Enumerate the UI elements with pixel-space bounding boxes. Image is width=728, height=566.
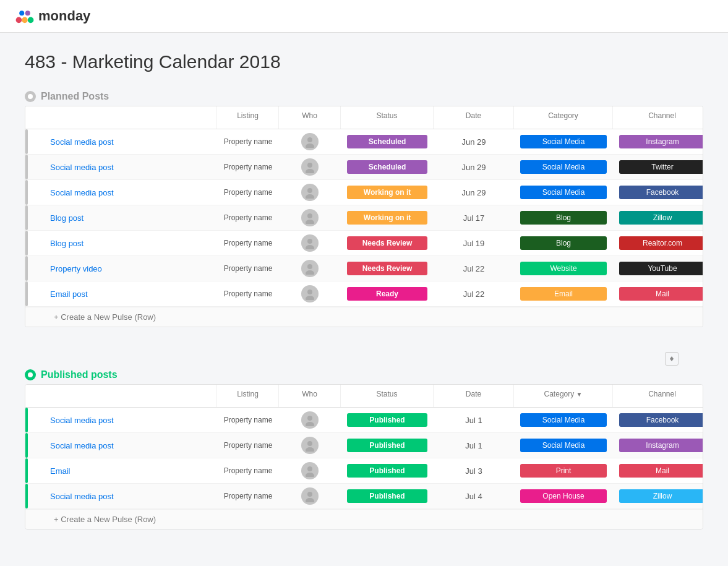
row-category: Social Media: [514, 131, 613, 153]
avatar: [301, 285, 319, 302]
table-header-planned: ListingWhoStatusDateCategoryChannel+: [25, 106, 703, 129]
svg-point-16: [307, 264, 312, 269]
row-accent-bar: [25, 205, 44, 230]
svg-point-28: [306, 498, 314, 502]
row-listing: Property name: [217, 409, 279, 431]
svg-point-10: [307, 188, 312, 193]
row-name[interactable]: Property video: [44, 257, 217, 280]
svg-point-26: [306, 473, 314, 477]
row-category: Open House: [514, 485, 613, 507]
row-who: [279, 129, 341, 154]
row-accent-bar: [25, 281, 44, 306]
row-channel: Realtor.com: [613, 232, 703, 254]
svg-point-24: [306, 447, 314, 452]
table-row[interactable]: Social media postProperty nameScheduledJ…: [25, 129, 703, 155]
row-date: Jul 22: [434, 283, 514, 305]
header-who: Who: [279, 385, 341, 407]
row-name[interactable]: Email post: [44, 283, 217, 305]
section-toggle-planned[interactable]: [25, 91, 36, 102]
svg-point-14: [307, 239, 312, 244]
row-name[interactable]: Social media post: [44, 434, 217, 457]
row-channel: Zillow: [613, 207, 703, 229]
header-date: Date: [434, 385, 514, 407]
row-name[interactable]: Social media post: [44, 485, 217, 507]
table-row[interactable]: Blog postProperty nameWorking on itJul 1…: [25, 205, 703, 231]
row-channel: Facebook: [613, 409, 703, 431]
row-date: Jun 29: [434, 181, 514, 204]
table-row[interactable]: Blog postProperty nameNeeds ReviewJul 19…: [25, 231, 703, 256]
logo-text: monday: [38, 8, 90, 24]
row-name[interactable]: Email: [44, 460, 217, 482]
header-channel: Channel: [613, 385, 703, 407]
table-row[interactable]: Social media postProperty nameWorking on…: [25, 180, 703, 205]
section-title-published: Published posts: [41, 369, 118, 380]
svg-point-18: [307, 289, 312, 294]
row-who: [279, 231, 341, 255]
row-listing: Property name: [217, 283, 279, 305]
table-row[interactable]: Social media postProperty nameScheduledJ…: [25, 155, 703, 180]
row-name[interactable]: Social media post: [44, 181, 217, 204]
table-row[interactable]: Property videoProperty nameNeeds ReviewJ…: [25, 256, 703, 281]
row-listing: Property name: [217, 485, 279, 507]
row-name[interactable]: Blog post: [44, 232, 217, 254]
section-toggle-published[interactable]: [25, 369, 36, 380]
row-channel: Instagram: [613, 131, 703, 153]
table-row[interactable]: Email postProperty nameReadyJul 22EmailM…: [25, 281, 703, 307]
svg-point-21: [307, 416, 312, 421]
row-date: Jul 4: [434, 485, 514, 507]
row-category: Email: [514, 283, 613, 305]
row-accent-bar: [25, 408, 44, 432]
row-name[interactable]: Blog post: [44, 207, 217, 229]
svg-point-11: [306, 194, 314, 199]
row-category: Website: [514, 257, 613, 280]
row-channel: Instagram: [613, 434, 703, 457]
svg-point-12: [307, 213, 312, 218]
row-accent-bar: [25, 256, 44, 281]
section-published: Published postsListingWhoStatusDateCateg…: [25, 352, 703, 530]
row-status: Working on it: [341, 181, 434, 204]
row-who: [279, 281, 341, 306]
avatar: [301, 234, 319, 252]
row-name[interactable]: Social media post: [44, 409, 217, 431]
svg-point-9: [306, 169, 314, 173]
logo[interactable]: monday: [15, 6, 90, 26]
section-planned: Planned PostsListingWhoStatusDateCategor…: [25, 91, 703, 327]
row-accent-bar: [25, 458, 44, 483]
row-status: Working on it: [341, 207, 434, 229]
sort-rows-icon[interactable]: [665, 352, 679, 366]
avatar: [301, 411, 319, 429]
row-channel: YouTube: [613, 257, 703, 280]
row-listing: Property name: [217, 232, 279, 254]
svg-point-13: [306, 220, 314, 224]
row-listing: Property name: [217, 257, 279, 280]
header-category[interactable]: Category ▼: [514, 385, 613, 407]
page-title: 483 - Marketing Calendar 2018: [25, 51, 703, 72]
row-status: Scheduled: [341, 131, 434, 153]
avatar: [301, 487, 319, 505]
table-row[interactable]: Social media postProperty namePublishedJ…: [25, 433, 703, 458]
row-category: Print: [514, 460, 613, 482]
svg-point-6: [307, 137, 312, 142]
svg-point-7: [306, 144, 314, 148]
svg-point-25: [307, 466, 312, 471]
row-name[interactable]: Social media post: [44, 131, 217, 153]
header-date: Date: [434, 106, 514, 129]
row-category: Blog: [514, 207, 613, 229]
table-planned: ListingWhoStatusDateCategoryChannel+Soci…: [25, 106, 703, 327]
row-name[interactable]: Social media post: [44, 156, 217, 178]
top-bar: monday: [0, 0, 728, 33]
table-row[interactable]: EmailProperty namePublishedJul 3PrintMai…: [25, 458, 703, 484]
create-new-pulse-button[interactable]: + Create a New Pulse (Row): [25, 509, 703, 529]
table-row[interactable]: Social media postProperty namePublishedJ…: [25, 408, 703, 433]
table-row[interactable]: Social media postProperty namePublishedJ…: [25, 484, 703, 509]
svg-point-15: [306, 245, 314, 249]
row-date: Jul 1: [434, 434, 514, 457]
row-channel: Facebook: [613, 181, 703, 204]
row-date: Jun 29: [434, 131, 514, 153]
header-spacer: [25, 106, 44, 129]
row-category: Social Media: [514, 409, 613, 431]
create-new-pulse-button[interactable]: + Create a New Pulse (Row): [25, 307, 703, 327]
row-status: Published: [341, 460, 434, 482]
row-category: Social Media: [514, 181, 613, 204]
row-who: [279, 205, 341, 230]
